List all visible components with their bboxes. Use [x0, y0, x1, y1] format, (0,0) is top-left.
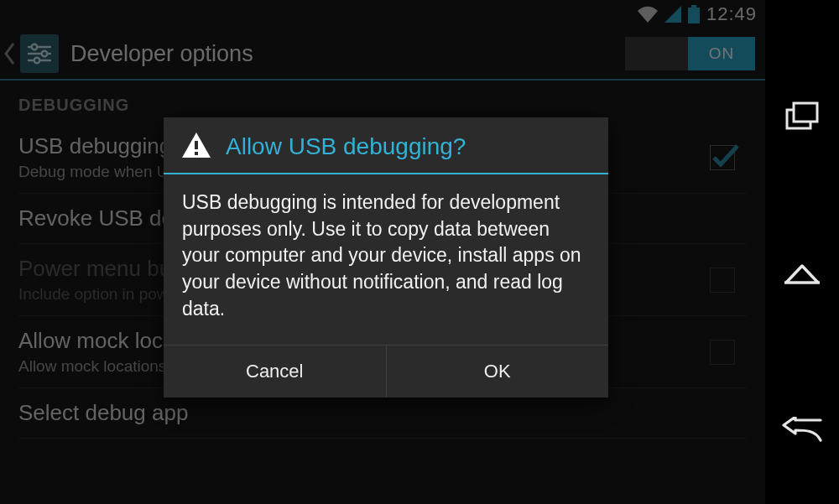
- cancel-button[interactable]: Cancel: [164, 346, 386, 397]
- device-frame: 12:49: [0, 0, 839, 504]
- ok-button[interactable]: OK: [386, 346, 609, 397]
- back-icon: [782, 417, 822, 442]
- svg-rect-8: [195, 141, 198, 149]
- screen: 12:49: [0, 0, 765, 504]
- dialog-title: Allow USB debugging?: [226, 133, 466, 160]
- home-button[interactable]: [778, 249, 826, 298]
- recent-apps-icon: [785, 101, 819, 132]
- usb-debugging-dialog: Allow USB debugging? USB debugging is in…: [164, 117, 608, 397]
- dialog-button-bar: Cancel OK: [164, 345, 608, 397]
- recent-apps-button[interactable]: [778, 92, 826, 141]
- dialog-body: USB debugging is intended for developmen…: [164, 174, 608, 345]
- dialog-header: Allow USB debugging?: [164, 117, 608, 174]
- svg-rect-9: [195, 152, 198, 155]
- alert-icon: [182, 132, 211, 161]
- back-nav-button[interactable]: [778, 405, 826, 454]
- home-icon: [783, 261, 821, 286]
- svg-rect-11: [794, 103, 817, 122]
- system-nav-bar: [765, 0, 839, 504]
